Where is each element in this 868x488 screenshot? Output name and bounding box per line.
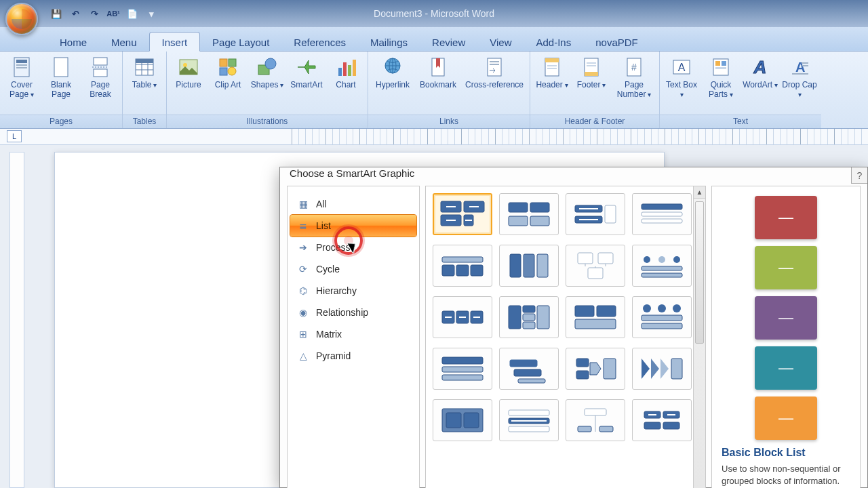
svg-point-78 <box>644 256 650 263</box>
tab-review[interactable]: Review <box>420 33 477 51</box>
footer-button[interactable]: Footer <box>572 54 610 101</box>
qat-customize-icon[interactable]: ▾ <box>145 7 157 20</box>
wordart-button[interactable]: A WordArt <box>741 54 779 101</box>
tab-novapdf[interactable]: novaPDF <box>583 33 650 51</box>
page-break-button[interactable]: Page Break <box>81 54 119 101</box>
ribbon: Cover Page Blank Page Page Break Pages T… <box>0 52 868 129</box>
layout-thumb[interactable] <box>499 296 559 338</box>
svg-rect-65 <box>642 204 682 209</box>
layout-thumb[interactable] <box>566 348 625 390</box>
tab-home[interactable]: Home <box>47 33 99 51</box>
svg-rect-102 <box>442 357 483 364</box>
category-pyramid[interactable]: △ Pyramid <box>290 345 416 367</box>
svg-rect-122 <box>578 426 591 432</box>
category-list[interactable]: ≣ List <box>290 215 416 237</box>
layout-thumb[interactable] <box>632 193 692 235</box>
table-button[interactable]: Table <box>125 54 163 101</box>
chart-icon <box>334 55 358 79</box>
svg-rect-57 <box>530 203 549 212</box>
svg-text:A: A <box>753 57 767 77</box>
svg-rect-17 <box>338 68 342 76</box>
tab-insert[interactable]: Insert <box>149 32 201 52</box>
cross-reference-button[interactable]: Cross-reference <box>462 54 527 101</box>
layout-thumb[interactable] <box>499 348 559 390</box>
layout-thumb[interactable] <box>632 348 692 390</box>
tab-view[interactable]: View <box>477 33 524 51</box>
drop-cap-button[interactable]: A Drop Cap <box>781 54 818 101</box>
shapes-button[interactable]: Shapes <box>248 54 286 101</box>
layout-thumb[interactable] <box>499 193 559 235</box>
tab-mailings[interactable]: Mailings <box>358 33 420 51</box>
svg-rect-64 <box>605 205 616 223</box>
layout-thumb[interactable] <box>632 296 692 338</box>
text-box-button[interactable]: A Text Box <box>663 54 701 101</box>
group-label: Pages <box>0 115 122 128</box>
layout-thumb[interactable] <box>566 245 625 287</box>
category-matrix[interactable]: ⊞ Matrix <box>290 323 416 345</box>
quick-parts-button[interactable]: Quick Parts <box>702 54 740 101</box>
group-label: Text <box>660 115 821 128</box>
office-button[interactable] <box>5 3 38 35</box>
layout-thumb[interactable] <box>433 193 492 235</box>
svg-rect-113 <box>446 413 461 428</box>
scrollbar[interactable]: ▲ ▼ <box>693 186 705 488</box>
svg-rect-66 <box>642 212 682 216</box>
scroll-thumb[interactable] <box>695 201 704 344</box>
tab-addins[interactable]: Add-Ins <box>524 33 584 51</box>
svg-rect-118 <box>511 420 547 422</box>
hierarchy-icon: ⌬ <box>297 285 309 297</box>
layout-thumb[interactable] <box>499 245 559 287</box>
layout-thumb[interactable] <box>566 193 625 235</box>
layout-thumb[interactable] <box>566 296 625 338</box>
category-all[interactable]: ▦ All <box>290 193 416 215</box>
category-relationship[interactable]: ◉ Relationship <box>290 302 416 323</box>
horizontal-ruler[interactable]: L <box>0 129 868 145</box>
page-number-button[interactable]: # Page Number <box>612 54 656 101</box>
svg-rect-106 <box>514 369 541 376</box>
hyperlink-button[interactable]: Hyperlink <box>371 54 414 101</box>
layout-thumb[interactable] <box>433 296 492 338</box>
category-hierarchy[interactable]: ⌬ Hierarchy <box>290 280 416 302</box>
scroll-up-icon[interactable]: ▲ <box>694 186 705 199</box>
category-process[interactable]: ➔ Process <box>290 237 416 258</box>
cover-page-button[interactable]: Cover Page <box>3 54 41 101</box>
vertical-ruler[interactable] <box>9 152 24 488</box>
tab-page-layout[interactable]: Page Layout <box>200 33 281 51</box>
svg-text:#: # <box>631 62 637 73</box>
tab-references[interactable]: References <box>281 33 358 51</box>
picture-button[interactable]: Picture <box>170 54 208 101</box>
layout-thumb[interactable] <box>632 399 692 441</box>
tab-menu[interactable]: Menu <box>99 33 149 51</box>
svg-rect-4 <box>54 58 68 77</box>
smartart-button[interactable]: SmartArt <box>288 54 326 101</box>
cross-reference-icon <box>482 55 507 79</box>
layout-thumb[interactable] <box>632 245 692 287</box>
word-doc-icon[interactable]: 📄 <box>126 7 138 20</box>
layout-thumb[interactable] <box>433 399 492 441</box>
qat-item[interactable]: AB¹ <box>107 7 119 20</box>
layout-thumb[interactable] <box>566 399 625 441</box>
layout-thumb[interactable] <box>433 245 492 287</box>
chart-button[interactable]: Chart <box>327 54 365 101</box>
svg-rect-46 <box>802 65 808 66</box>
svg-rect-104 <box>442 375 483 380</box>
save-icon[interactable]: 💾 <box>50 7 62 20</box>
header-button[interactable]: Header <box>533 54 571 101</box>
layout-thumb[interactable] <box>499 399 559 441</box>
svg-rect-59 <box>530 216 549 226</box>
svg-rect-86 <box>459 317 466 318</box>
category-cycle[interactable]: ⟳ Cycle <box>290 258 416 280</box>
dialog-help-icon[interactable]: ? <box>851 167 867 184</box>
ribbon-tabs: Home Menu Insert Page Layout References … <box>0 27 868 52</box>
blank-page-button[interactable]: Blank Page <box>42 54 80 101</box>
tab-selector[interactable]: L <box>7 130 22 142</box>
layout-thumb[interactable] <box>433 348 492 390</box>
preview-block: — <box>755 396 817 440</box>
group-header-footer: Header Footer # Page Number Header & Foo… <box>530 52 660 128</box>
undo-icon[interactable]: ↶ <box>69 7 81 20</box>
bookmark-button[interactable]: Bookmark <box>416 54 460 101</box>
svg-rect-26 <box>490 64 499 65</box>
svg-rect-51 <box>469 206 479 207</box>
redo-icon[interactable]: ↷ <box>88 7 100 20</box>
clip-art-button[interactable]: Clip Art <box>209 54 247 101</box>
